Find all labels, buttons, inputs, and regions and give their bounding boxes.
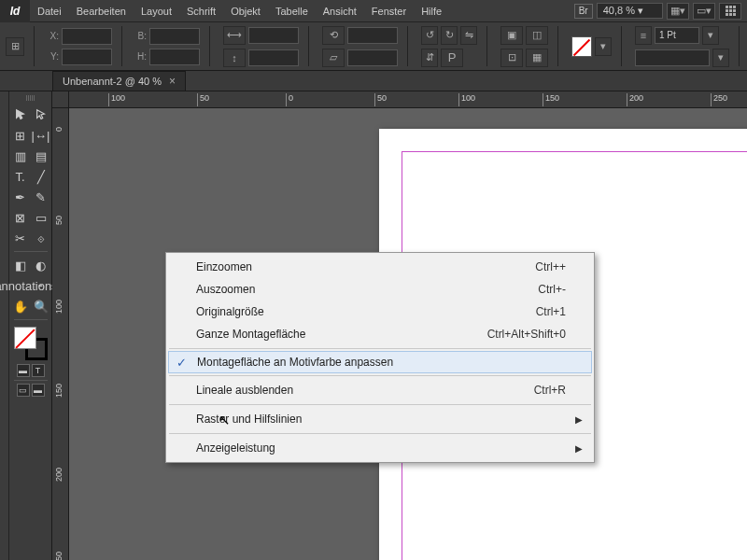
scissors-tool[interactable]: ✂ — [10, 228, 31, 248]
h-input[interactable] — [149, 49, 200, 65]
paragraph-style-icon[interactable]: P — [441, 49, 463, 67]
content-collector-tool[interactable]: ▥ — [10, 146, 31, 166]
preview-mode-icon[interactable]: ▬ — [32, 384, 45, 397]
fill-dropdown-icon[interactable]: ▾ — [595, 37, 612, 56]
ruler-tick-label: 100 — [111, 93, 125, 103]
menu-separator — [169, 348, 591, 349]
rectangle-tool[interactable]: ▭ — [31, 207, 51, 228]
scale-x-input[interactable] — [248, 27, 299, 44]
content-placer-tool[interactable]: ▤ — [31, 146, 51, 166]
shear-btn[interactable]: ▱ — [322, 49, 345, 67]
rotate-ccw-icon[interactable]: ↺ — [421, 26, 438, 45]
page-tool[interactable]: ⊞ — [10, 125, 31, 146]
menu-bearbeiten[interactable]: Bearbeiten — [69, 0, 134, 22]
note-tool[interactable]: �annotations — [10, 275, 31, 296]
gradient-swatch-tool[interactable]: ◧ — [10, 255, 31, 275]
scale-y-input[interactable] — [248, 49, 299, 66]
gradient-feather-tool[interactable]: ◐ — [31, 255, 51, 275]
reference-point-widget[interactable]: ⊞ — [6, 26, 35, 66]
menu-tabelle[interactable]: Tabelle — [268, 0, 316, 22]
type-tool[interactable]: T. — [10, 166, 31, 187]
document-tab[interactable]: Unbenannt-2 @ 40 % × — [52, 71, 186, 91]
zoom-tool[interactable]: 🔍 — [31, 296, 51, 316]
ruler-tick-label: 100 — [461, 93, 475, 103]
gap-tool[interactable]: |↔| — [31, 125, 51, 146]
ruler-tick-label: 50 — [200, 93, 209, 103]
arrange-dropdown[interactable] — [719, 3, 741, 20]
menu-item-label: Originalgröße — [196, 305, 264, 318]
select-container-icon[interactable]: ▣ — [500, 26, 523, 45]
ruler-origin[interactable] — [52, 91, 69, 108]
ruler-tick-label: 0 — [289, 93, 293, 103]
menu-layout[interactable]: Layout — [134, 0, 179, 22]
vertical-ruler[interactable]: 050100150200250 — [52, 108, 69, 560]
rotate-btn[interactable]: ⟲ — [322, 26, 345, 45]
menu-objekt[interactable]: Objekt — [223, 0, 268, 22]
stroke-weight-icon: ≡ — [635, 26, 652, 45]
flip-v-icon[interactable]: ⇵ — [421, 49, 438, 67]
stroke-style-field[interactable] — [635, 49, 710, 66]
menu-item-label: Lineale ausblenden — [196, 384, 293, 397]
horizontal-ruler[interactable]: 10050050100150200250 — [69, 91, 747, 108]
ruler-tick-label: 150 — [54, 384, 63, 398]
line-tool[interactable]: ╱ — [31, 166, 51, 187]
context-menu-item[interactable]: AuszoomenCtrl+- — [168, 278, 592, 301]
fit-content-icon[interactable]: ⊡ — [500, 49, 523, 67]
hand-tool[interactable]: ✋ — [10, 296, 31, 316]
rotate-input[interactable] — [347, 27, 398, 44]
screen-mode-dropdown[interactable]: ▭▾ — [693, 3, 715, 20]
close-tab-icon[interactable]: × — [169, 75, 176, 88]
context-menu: EinzoomenCtrl++AuszoomenCtrl+-Originalgr… — [165, 252, 595, 463]
x-input[interactable] — [62, 28, 112, 45]
context-menu-item[interactable]: EinzoomenCtrl++ — [168, 256, 592, 278]
panel-grip-icon[interactable] — [17, 95, 45, 101]
normal-mode-icon[interactable]: ▭ — [17, 384, 30, 397]
fill-swatch[interactable] — [571, 36, 592, 57]
tool-separator — [14, 251, 48, 252]
apply-text-icon[interactable]: T — [32, 364, 45, 377]
direct-selection-tool[interactable] — [31, 105, 51, 125]
fill-stroke-widget[interactable] — [14, 327, 48, 360]
scale-x-btn[interactable]: ⟷ — [223, 26, 246, 45]
menu-schrift[interactable]: Schrift — [179, 0, 223, 22]
select-content-icon[interactable]: ◫ — [526, 26, 548, 45]
scale-y-btn[interactable]: ↕ — [223, 49, 246, 67]
stroke-dropdown-icon[interactable]: ▾ — [702, 26, 719, 45]
pencil-tool[interactable]: ✎ — [31, 187, 51, 207]
selection-tool[interactable] — [10, 105, 31, 125]
bridge-button[interactable]: Br — [574, 4, 593, 19]
menu-hilfe[interactable]: Hilfe — [414, 0, 449, 22]
free-transform-tool[interactable]: ⟐ — [31, 228, 51, 248]
stroke-style-dropdown-icon[interactable]: ▾ — [712, 49, 729, 67]
context-menu-item[interactable]: Raster und Hilfslinien▶ — [168, 408, 592, 430]
rectangle-frame-tool[interactable]: ⊠ — [10, 207, 31, 228]
eyedropper-tool[interactable]: ⁃ — [31, 275, 51, 296]
y-input[interactable] — [62, 49, 112, 65]
pen-tool[interactable]: ✒ — [10, 187, 31, 207]
context-menu-item[interactable]: Lineale ausblendenCtrl+R — [168, 379, 592, 401]
w-input[interactable] — [149, 28, 200, 45]
menu-fenster[interactable]: Fenster — [364, 0, 414, 22]
context-menu-item[interactable]: OriginalgrößeCtrl+1 — [168, 301, 592, 323]
menu-ansicht[interactable]: Ansicht — [316, 0, 364, 22]
context-menu-item[interactable]: Anzeigeleistung▶ — [168, 437, 592, 459]
apply-color-icon[interactable]: ▬ — [17, 364, 30, 377]
fill-swatch-none[interactable] — [14, 327, 36, 349]
document-tab-title: Unbenannt-2 @ 40 % — [63, 76, 162, 87]
menu-datei[interactable]: Datei — [30, 0, 69, 22]
context-menu-item[interactable]: ✓Montagefläche an Motivfarbe anpassen — [168, 351, 592, 373]
zoom-level-field[interactable]: 40,8 % ▾ — [597, 3, 663, 19]
rotate-cw-icon[interactable]: ↻ — [441, 26, 458, 45]
shear-input[interactable] — [347, 49, 398, 66]
flip-h-icon[interactable]: ⇋ — [460, 26, 477, 45]
context-menu-item[interactable]: Ganze MontageflächeCtrl+Alt+Shift+0 — [168, 323, 592, 345]
zoom-value: 40,8 % — [603, 5, 635, 16]
fit-frame-icon[interactable]: ▦ — [526, 49, 548, 67]
panel-gutter — [0, 91, 9, 560]
tools-panel: ⊞|↔| ▥▤ T.╱ ✒✎ ⊠▭ ✂⟐ ◧◐ �annotations⁃ ✋🔍… — [9, 91, 52, 560]
menu-item-label: Montagefläche an Motivfarbe anpassen — [197, 356, 393, 369]
y-label: Y: — [48, 51, 59, 62]
view-options-dropdown[interactable]: ▦▾ — [667, 3, 689, 20]
stroke-weight-field[interactable]: 1 Pt — [655, 27, 699, 44]
menu-shortcut: Ctrl+Alt+Shift+0 — [487, 328, 566, 341]
